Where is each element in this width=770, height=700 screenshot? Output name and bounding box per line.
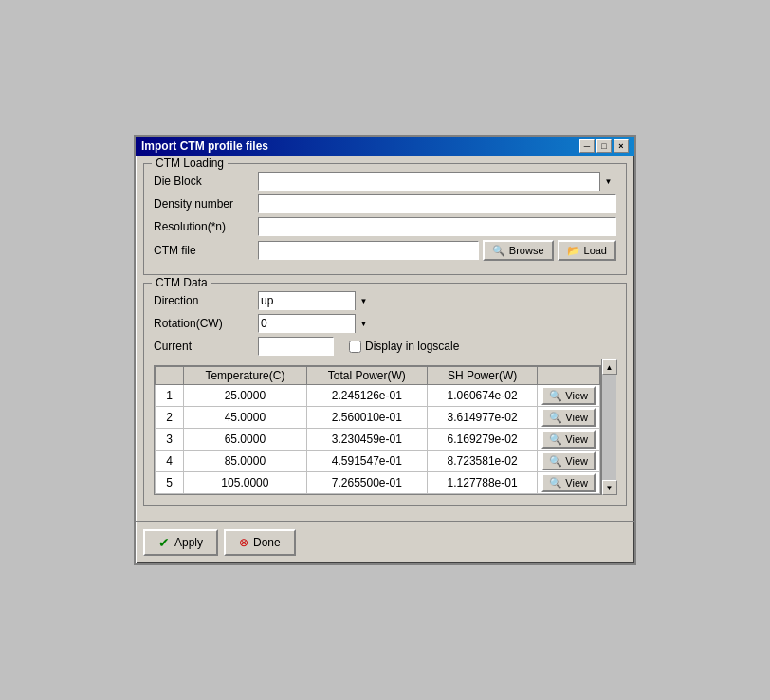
view-icon: 🔍: [549, 433, 562, 446]
view-label: View: [565, 477, 588, 488]
cell-total-power: 2.245126e-01: [306, 385, 427, 407]
table-row: 3 65.0000 3.230459e-01 6.169279e-02 🔍 Vi…: [156, 429, 600, 451]
title-bar-buttons: ─ □ ×: [579, 139, 629, 153]
data-table: Temperature(C) Total Power(W) SH Power(W…: [155, 366, 600, 494]
view-icon: 🔍: [549, 455, 562, 468]
ctm-data-label: CTM Data: [152, 276, 211, 289]
cell-sh-power: 6.169279e-02: [427, 429, 537, 451]
density-number-label: Density number: [154, 197, 258, 211]
die-block-row: Die Block shape {fccsp flipdie_block_FCH…: [154, 172, 616, 191]
density-number-row: Density number 500: [154, 194, 616, 213]
table-row: 2 45.0000 2.560010e-01 3.614977e-02 🔍 Vi…: [156, 407, 600, 429]
main-window: Import CTM profile files ─ □ × CTM Loadi…: [134, 135, 636, 565]
cell-id: 1: [156, 385, 184, 407]
cell-id: 3: [156, 429, 184, 451]
main-content: CTM Loading Die Block shape {fccsp flipd…: [136, 156, 634, 521]
scroll-down-button[interactable]: ▼: [602, 480, 617, 495]
cell-temp: 105.0000: [184, 472, 307, 494]
apply-button[interactable]: ✔ Apply: [143, 529, 218, 556]
view-label: View: [565, 455, 588, 467]
direction-select[interactable]: up down left right: [258, 291, 372, 310]
view-button[interactable]: 🔍 View: [541, 473, 596, 492]
apply-check-icon: ✔: [158, 535, 170, 550]
cell-total-power: 2.560010e-01: [306, 407, 427, 429]
table-inner: Temperature(C) Total Power(W) SH Power(W…: [154, 359, 601, 495]
data-table-wrapper: Temperature(C) Total Power(W) SH Power(W…: [154, 359, 616, 495]
cell-total-power: 3.230459e-01: [306, 429, 427, 451]
footer-bar: ✔ Apply ⊗ Done: [136, 521, 634, 563]
col-header-temp: Temperature(C): [184, 367, 307, 385]
die-block-label: Die Block: [154, 175, 258, 188]
cell-view: 🔍 View: [538, 472, 600, 494]
cell-sh-power: 8.723581e-02: [427, 451, 537, 472]
current-input[interactable]: 0.0: [258, 337, 334, 356]
browse-label: Browse: [509, 245, 544, 256]
col-header-action: [538, 367, 600, 385]
cell-temp: 25.0000: [184, 385, 307, 407]
scrollbar: ▲ ▼: [601, 359, 616, 495]
resolution-label: Resolution(*n): [154, 220, 258, 233]
ctm-file-row: CTM file D:/00000/ctm_8188.tar.gz 🔍 Brow…: [154, 240, 616, 261]
view-button[interactable]: 🔍 View: [541, 408, 596, 427]
resolution-row: Resolution(*n) 4: [154, 217, 616, 236]
logscale-checkbox[interactable]: [349, 341, 361, 353]
resolution-input[interactable]: 4: [258, 217, 616, 236]
ctm-file-input[interactable]: D:/00000/ctm_8188.tar.gz: [258, 241, 479, 260]
browse-button[interactable]: 🔍 Browse: [483, 240, 554, 261]
cell-temp: 45.0000: [184, 407, 307, 429]
cell-id: 5: [156, 472, 184, 494]
view-label: View: [565, 433, 588, 445]
scroll-track: [602, 375, 616, 480]
scroll-up-button[interactable]: ▲: [602, 359, 617, 375]
cell-view: 🔍 View: [538, 429, 600, 451]
cell-total-power: 7.265500e-01: [306, 472, 427, 494]
view-label: View: [565, 412, 588, 423]
view-label: View: [565, 390, 588, 401]
ctm-file-label: CTM file: [154, 244, 258, 257]
done-label: Done: [253, 536, 281, 549]
table-row: 5 105.0000 7.265500e-01 1.127788e-01 🔍 V…: [156, 472, 600, 494]
table-row: 1 25.0000 2.245126e-01 1.060674e-02 🔍 Vi…: [156, 385, 600, 407]
view-icon: 🔍: [549, 477, 562, 489]
data-table-container: Temperature(C) Total Power(W) SH Power(W…: [154, 365, 601, 495]
ctm-loading-label: CTM Loading: [152, 157, 228, 170]
close-button[interactable]: ×: [614, 139, 629, 153]
done-button[interactable]: ⊗ Done: [224, 529, 296, 556]
load-button[interactable]: 📂 Load: [558, 240, 616, 261]
cell-temp: 85.0000: [184, 451, 307, 472]
col-header-total-power: Total Power(W): [306, 367, 427, 385]
cell-temp: 65.0000: [184, 429, 307, 451]
cell-view: 🔍 View: [538, 385, 600, 407]
die-block-input[interactable]: shape {fccsp flipdie_block_FCHIP}: [258, 172, 616, 191]
ctm-loading-group: CTM Loading Die Block shape {fccsp flipd…: [143, 163, 627, 275]
maximize-button[interactable]: □: [596, 139, 612, 153]
table-header-row: Temperature(C) Total Power(W) SH Power(W…: [156, 367, 600, 385]
load-icon: 📂: [567, 245, 580, 257]
cell-sh-power: 1.127788e-01: [427, 472, 537, 494]
load-label: Load: [584, 245, 607, 256]
view-button[interactable]: 🔍 View: [541, 430, 596, 449]
minimize-button[interactable]: ─: [579, 139, 595, 153]
cell-id: 4: [156, 451, 184, 472]
logscale-label: Display in logscale: [365, 340, 459, 353]
apply-label: Apply: [174, 536, 203, 549]
cell-id: 2: [156, 407, 184, 429]
direction-label: Direction: [154, 294, 258, 307]
view-button[interactable]: 🔍 View: [541, 386, 596, 405]
view-icon: 🔍: [549, 412, 562, 424]
direction-row: Direction up down left right ▼: [154, 291, 616, 310]
cell-sh-power: 3.614977e-02: [427, 407, 537, 429]
title-bar: Import CTM profile files ─ □ ×: [136, 137, 634, 156]
current-label: Current: [154, 340, 258, 353]
rotation-select[interactable]: 0 90 180 270: [258, 314, 372, 333]
col-header-id: [156, 367, 184, 385]
cell-view: 🔍 View: [538, 451, 600, 472]
view-icon: 🔍: [549, 390, 562, 402]
density-number-input[interactable]: 500: [258, 194, 616, 213]
window-title: Import CTM profile files: [141, 139, 268, 153]
done-icon: ⊗: [239, 536, 248, 549]
cell-total-power: 4.591547e-01: [306, 451, 427, 472]
view-button[interactable]: 🔍 View: [541, 451, 596, 470]
current-row: Current 0.0 Display in logscale: [154, 337, 616, 356]
table-row: 4 85.0000 4.591547e-01 8.723581e-02 🔍 Vi…: [156, 451, 600, 472]
